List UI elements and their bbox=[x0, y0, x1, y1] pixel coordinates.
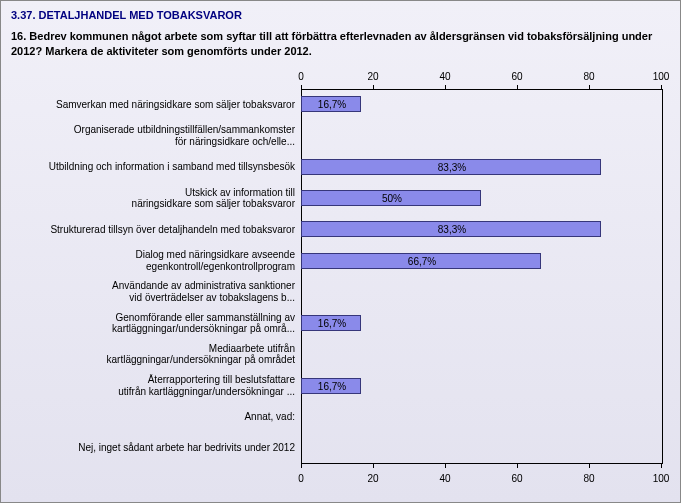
x-axis-bottom: 020406080100 bbox=[11, 464, 670, 484]
x-tick-label: 100 bbox=[653, 473, 670, 484]
bar-row bbox=[301, 432, 661, 463]
category-row: Utskick av information till näringsidkar… bbox=[11, 182, 301, 213]
x-tick-label: 0 bbox=[298, 473, 304, 484]
x-tick-mark bbox=[445, 464, 446, 468]
x-tick-label: 80 bbox=[583, 71, 594, 82]
bar: 16,7% bbox=[301, 378, 361, 394]
report-frame: 3.37. DETALJHANDEL MED TOBAKSVAROR 16. B… bbox=[0, 0, 681, 503]
x-tick-label: 40 bbox=[439, 473, 450, 484]
x-tick-label: 60 bbox=[511, 473, 522, 484]
bar-value-label: 50% bbox=[382, 193, 402, 204]
category-row: Annat, vad: bbox=[11, 401, 301, 432]
bar: 16,7% bbox=[301, 315, 361, 331]
question-text: 16. Bedrev kommunen något arbete som syf… bbox=[11, 29, 670, 59]
bar-row bbox=[301, 339, 661, 370]
bar-value-label: 16,7% bbox=[318, 380, 346, 391]
bar-value-label: 16,7% bbox=[318, 318, 346, 329]
category-row: Återrapportering till beslutsfattare uti… bbox=[11, 370, 301, 401]
bar-row bbox=[301, 276, 661, 307]
x-tick-label: 100 bbox=[653, 71, 670, 82]
bar-row: 83,3% bbox=[301, 214, 661, 245]
category-row: Nej, inget sådant arbete har bedrivits u… bbox=[11, 432, 301, 463]
category-label: Strukturerad tillsyn över detaljhandeln … bbox=[11, 224, 301, 236]
category-label: Användande av administrativa sanktioner … bbox=[11, 280, 301, 303]
category-row: Organiserade utbildningstillfällen/samma… bbox=[11, 120, 301, 151]
bar-value-label: 83,3% bbox=[438, 224, 466, 235]
category-row: Strukturerad tillsyn över detaljhandeln … bbox=[11, 214, 301, 245]
chart: 020406080100 Samverkan med näringsidkare… bbox=[11, 69, 670, 484]
category-label: Återrapportering till beslutsfattare uti… bbox=[11, 374, 301, 397]
category-label: Nej, inget sådant arbete har bedrivits u… bbox=[11, 442, 301, 454]
category-label: Dialog med näringsidkare avseende egenko… bbox=[11, 249, 301, 272]
bar: 16,7% bbox=[301, 96, 361, 112]
category-row: Användande av administrativa sanktioner … bbox=[11, 276, 301, 307]
x-tick-label: 0 bbox=[298, 71, 304, 82]
category-label: Annat, vad: bbox=[11, 411, 301, 423]
category-label: Mediaarbete utifrån kartläggningar/under… bbox=[11, 343, 301, 366]
category-labels: Samverkan med näringsidkare som säljer t… bbox=[11, 89, 301, 464]
bar: 66,7% bbox=[301, 253, 541, 269]
category-label: Genomförande eller sammanställning av ka… bbox=[11, 312, 301, 335]
x-tick-mark bbox=[517, 464, 518, 468]
x-tick-label: 20 bbox=[367, 71, 378, 82]
x-axis-top: 020406080100 bbox=[11, 69, 670, 89]
bar: 50% bbox=[301, 190, 481, 206]
x-tick-label: 40 bbox=[439, 71, 450, 82]
x-tick-label: 60 bbox=[511, 71, 522, 82]
bar: 83,3% bbox=[301, 221, 601, 237]
category-row: Samverkan med näringsidkare som säljer t… bbox=[11, 89, 301, 120]
bar: 83,3% bbox=[301, 159, 601, 175]
x-tick-mark bbox=[301, 464, 302, 468]
section-title: 3.37. DETALJHANDEL MED TOBAKSVAROR bbox=[11, 9, 670, 21]
bars-area: 16,7%83,3%50%83,3%66,7%16,7%16,7% bbox=[301, 89, 661, 464]
category-label: Samverkan med näringsidkare som säljer t… bbox=[11, 99, 301, 111]
bar-row: 83,3% bbox=[301, 151, 661, 182]
x-tick-label: 20 bbox=[367, 473, 378, 484]
category-label: Utskick av information till näringsidkar… bbox=[11, 187, 301, 210]
category-row: Utbildning och information i samband med… bbox=[11, 151, 301, 182]
bar-value-label: 83,3% bbox=[438, 161, 466, 172]
category-row: Mediaarbete utifrån kartläggningar/under… bbox=[11, 339, 301, 370]
bar-row bbox=[301, 120, 661, 151]
bar-row: 50% bbox=[301, 182, 661, 213]
x-tick-mark bbox=[589, 464, 590, 468]
bar-row: 16,7% bbox=[301, 307, 661, 338]
x-tick-mark bbox=[661, 464, 662, 468]
bar-row: 66,7% bbox=[301, 245, 661, 276]
category-label: Organiserade utbildningstillfällen/samma… bbox=[11, 124, 301, 147]
category-row: Genomförande eller sammanställning av ka… bbox=[11, 307, 301, 338]
category-label: Utbildning och information i samband med… bbox=[11, 161, 301, 173]
x-tick-mark bbox=[373, 464, 374, 468]
x-tick-label: 80 bbox=[583, 473, 594, 484]
bar-value-label: 66,7% bbox=[408, 255, 436, 266]
category-row: Dialog med näringsidkare avseende egenko… bbox=[11, 245, 301, 276]
bar-value-label: 16,7% bbox=[318, 99, 346, 110]
bar-row bbox=[301, 401, 661, 432]
bar-row: 16,7% bbox=[301, 89, 661, 120]
bar-row: 16,7% bbox=[301, 370, 661, 401]
